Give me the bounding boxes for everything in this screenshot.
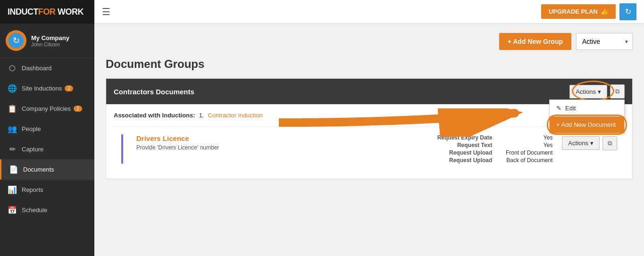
company-policies-badge: 2 — [74, 106, 82, 112]
avatar: ↻ — [6, 30, 26, 51]
logo-work: WORK — [56, 7, 84, 17]
actions-label: Actions — [576, 88, 596, 95]
doc-item-actions: Actions ▾ ⧉ — [562, 134, 617, 150]
detail-value-upload-front: Front of Document — [496, 149, 552, 156]
actions-caret-icon: ▾ — [598, 88, 601, 95]
sidebar-logo: INDUCTFOR WORK — [0, 0, 94, 24]
profile-info: My Company John Citizen — [31, 34, 69, 47]
sidebar-item-label: People — [22, 125, 41, 132]
sidebar-profile[interactable]: ↻ My Company John Citizen — [0, 24, 94, 58]
document-group-card: Contractors Documents Actions ▾ ⧉ ✎ — [106, 78, 633, 179]
detail-label-upload-back: Request Upload — [435, 157, 492, 164]
sidebar-item-company-policies[interactable]: 📋 Company Policies 2 — [0, 99, 94, 119]
contractor-induction-link[interactable]: Contractor induction — [208, 112, 262, 119]
sidebar-item-schedule[interactable]: 📅 Schedule — [0, 200, 94, 220]
status-select[interactable]: Active Inactive All — [576, 33, 633, 50]
avatar-inner: ↻ — [8, 33, 24, 48]
doc-group-header: Contractors Documents Actions ▾ ⧉ ✎ — [106, 79, 632, 104]
doc-item-details: Request Expiry Date Yes Request Text Yes… — [435, 134, 552, 164]
people-icon: 👥 — [8, 124, 17, 133]
logo-induct: INDUCT — [8, 7, 38, 17]
sidebar-item-label: Documents — [23, 166, 54, 173]
sidebar-item-label: Site Inductions — [22, 85, 62, 92]
doc-item-main: Drivers Licence Provide 'Drivers Licence… — [136, 134, 425, 151]
doc-actions-label: Actions — [568, 140, 588, 147]
action-bar: + Add New Group Active Inactive All — [106, 33, 633, 50]
dropdown-edit-item[interactable]: ✎ Edit — [550, 100, 624, 116]
detail-label-text: Request Text — [435, 142, 492, 149]
edit-icon: ✎ — [556, 105, 561, 112]
sidebar-item-reports[interactable]: 📊 Reports — [0, 180, 94, 200]
detail-value-expiry: Yes — [496, 134, 552, 141]
capture-icon: ✏ — [8, 145, 17, 154]
sidebar-item-capture[interactable]: ✏ Capture — [0, 139, 94, 159]
doc-group-actions: Actions ▾ ⧉ ✎ Edit — [569, 84, 625, 99]
schedule-icon: 📅 — [8, 206, 17, 215]
avatar-icon: ↻ — [13, 35, 20, 46]
upgrade-thumb-icon: 👍 — [601, 8, 608, 15]
sidebar-item-dashboard[interactable]: ⬡ Dashboard — [0, 58, 94, 78]
topbar-left: ☰ — [102, 6, 110, 17]
status-select-wrapper: Active Inactive All — [576, 33, 633, 50]
content-area: + Add New Group Active Inactive All Docu… — [94, 24, 644, 256]
upgrade-label: UPGRADE PLAN — [549, 8, 598, 15]
site-inductions-icon: 🌐 — [8, 84, 17, 93]
actions-dropdown-button[interactable]: Actions ▾ — [569, 85, 607, 99]
dropdown-add-doc-item[interactable]: + Add New Document — [550, 116, 624, 133]
sidebar-item-site-inductions[interactable]: 🌐 Site Inductions 2 — [0, 78, 94, 99]
sidebar-item-label: Reports — [22, 186, 43, 193]
doc-detail-row: Request Upload Front of Document — [435, 149, 552, 156]
copy-group-button[interactable]: ⧉ — [610, 84, 625, 99]
doc-item-title: Drivers Licence — [136, 134, 425, 142]
refresh-button[interactable]: ↻ — [619, 3, 636, 20]
sidebar-item-label: Capture — [22, 146, 43, 153]
add-new-group-button[interactable]: + Add New Group — [499, 33, 571, 50]
refresh-icon: ↻ — [625, 7, 631, 16]
sidebar-item-label: Dashboard — [22, 65, 52, 72]
sidebar-item-people[interactable]: 👥 People — [0, 119, 94, 139]
dashboard-icon: ⬡ — [8, 64, 17, 73]
page-title: Document Groups — [106, 58, 633, 71]
sidebar-item-label: Schedule — [22, 206, 47, 214]
doc-copy-button[interactable]: ⧉ — [602, 136, 617, 150]
company-policies-icon: 📋 — [8, 104, 17, 113]
detail-label-expiry: Request Expiry Date — [435, 134, 492, 141]
detail-label-upload-front: Request Upload — [435, 149, 492, 156]
reports-icon: 📊 — [8, 185, 17, 194]
documents-icon: 📄 — [9, 165, 18, 174]
copy-icon: ⧉ — [615, 88, 619, 95]
topbar-right: UPGRADE PLAN 👍 ↻ — [541, 3, 636, 20]
upgrade-plan-button[interactable]: UPGRADE PLAN 👍 — [541, 4, 616, 19]
sidebar: INDUCTFOR WORK ↻ My Company John Citizen… — [0, 0, 94, 256]
add-doc-wrapper: + Add New Document — [550, 116, 624, 133]
doc-detail-row: Request Expiry Date Yes — [435, 134, 552, 141]
hamburger-icon[interactable]: ☰ — [102, 6, 110, 17]
associated-label: Associated with Inductions: — [114, 112, 195, 119]
sidebar-item-label: Company Policies — [22, 105, 71, 112]
document-item: Drivers Licence Provide 'Drivers Licence… — [114, 126, 625, 171]
site-inductions-badge: 2 — [65, 85, 73, 91]
associated-inductions-line: Associated with Inductions: 1. Contracto… — [114, 112, 625, 119]
detail-value-text: Yes — [496, 142, 552, 149]
topbar: ☰ UPGRADE PLAN 👍 ↻ — [94, 0, 644, 24]
edit-label: Edit — [565, 105, 576, 112]
profile-name: John Citizen — [31, 41, 69, 47]
doc-detail-row: Request Upload Back of Document — [435, 157, 552, 164]
associated-number: 1. — [199, 112, 204, 119]
doc-copy-icon: ⧉ — [608, 140, 612, 147]
doc-item-subtitle: Provide 'Drivers Licence' number — [136, 144, 425, 151]
detail-value-upload-back: Back of Document — [496, 157, 552, 164]
actions-dropdown-menu: ✎ Edit + Add New Document — [549, 99, 625, 133]
doc-actions-dropdown-button[interactable]: Actions ▾ — [562, 136, 600, 150]
doc-actions-caret-icon: ▾ — [590, 140, 594, 147]
sidebar-item-documents[interactable]: 📄 Documents — [0, 159, 94, 180]
sidebar-nav: ⬡ Dashboard 🌐 Site Inductions 2 📋 Compan… — [0, 58, 94, 256]
doc-detail-row: Request Text Yes — [435, 142, 552, 149]
app-logo: INDUCTFOR WORK — [8, 7, 84, 17]
doc-item-accent-bar — [121, 134, 123, 164]
logo-for: FOR — [38, 7, 56, 17]
main: ☰ UPGRADE PLAN 👍 ↻ + Add New Group Activ… — [94, 0, 644, 256]
add-doc-label: + Add New Document — [556, 121, 616, 128]
profile-company: My Company — [31, 34, 69, 41]
doc-group-title: Contractors Documents — [114, 88, 194, 96]
